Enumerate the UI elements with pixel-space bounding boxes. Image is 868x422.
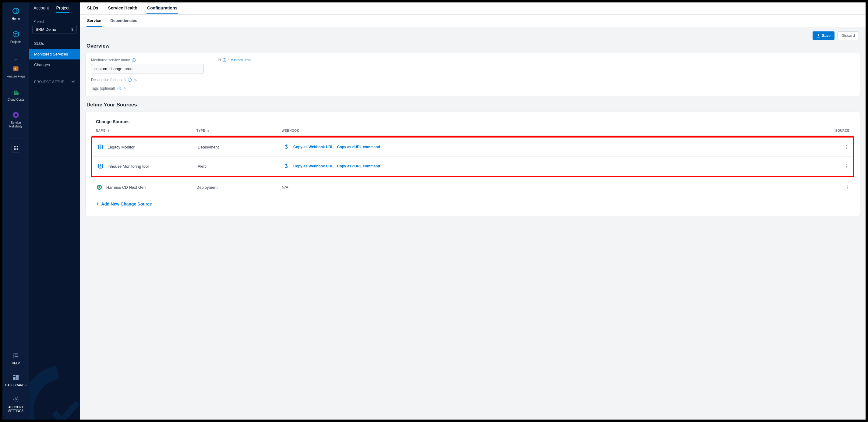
sidebar-item-slos[interactable]: SLOs — [29, 38, 80, 49]
project-value: SRM Demo — [36, 27, 56, 32]
svg-rect-10 — [16, 148, 17, 149]
top-tabs: SLOs Service Health Configurations — [80, 2, 866, 15]
sort-icon: ▲▼ — [207, 129, 210, 132]
rail-projects[interactable]: Projects — [2, 29, 29, 45]
table-header-row: NAME ▲▼ TYPE ▲▼ WEBHOOK SOURCE — [91, 128, 854, 136]
add-new-change-source[interactable]: + Add New Change Source — [91, 197, 854, 211]
id-colon: : — [228, 58, 229, 62]
table-row[interactable]: Harness CD Next Gen Deployment N/A — [91, 178, 854, 197]
sources-title: Define Your Sources — [87, 102, 859, 108]
scope-project[interactable]: Project — [56, 5, 70, 13]
rail-dashboards[interactable]: DASHBOARDS — [2, 372, 29, 389]
chevron-up-icon — [14, 58, 18, 61]
sidebar-item-monitored-services[interactable]: Monitored Services — [29, 49, 80, 59]
tab-configurations[interactable]: Configurations — [147, 4, 178, 14]
gear-icon — [11, 395, 20, 404]
subtab-dependencies[interactable]: Dependencies — [110, 18, 138, 27]
rail-grid[interactable] — [2, 143, 29, 154]
rail-account-settings-label: ACCOUNT SETTINGS — [8, 405, 24, 413]
row-type: Alert — [198, 164, 283, 169]
row-webhook-na: N/A — [282, 185, 288, 190]
custom-source-icon — [97, 144, 104, 150]
chevron-down-icon — [71, 81, 75, 83]
rail-home[interactable]: Home — [2, 5, 29, 22]
svg-rect-13 — [16, 149, 17, 150]
rail-feature-flags[interactable]: Feature Flags — [2, 63, 29, 80]
upload-icon — [816, 34, 820, 37]
copy-webhook-link[interactable]: Copy as Webhook URL — [293, 145, 334, 149]
webhook-icon — [283, 144, 290, 150]
info-icon[interactable]: i — [223, 58, 226, 62]
column-name[interactable]: NAME ▲▼ — [96, 129, 196, 132]
row-name: Inhouse Monitoring tool — [107, 164, 149, 169]
feature-flags-icon — [11, 64, 20, 73]
decorative-ring-icon — [29, 362, 80, 420]
rail-help-label: HELP — [12, 362, 20, 365]
discard-button[interactable]: Discard — [838, 31, 859, 40]
scope-tabs: Account Project — [29, 2, 80, 15]
row-name: Harness CD Next Gen — [106, 185, 146, 190]
row-menu-button[interactable] — [846, 184, 849, 191]
svg-rect-8 — [17, 146, 18, 147]
copy-webhook-link[interactable]: Copy as Webhook URL — [293, 164, 334, 168]
svg-rect-18 — [13, 377, 16, 380]
rail-feature-flags-label: Feature Flags — [6, 75, 25, 78]
monitored-service-name-input[interactable] — [91, 64, 204, 74]
edit-icon[interactable]: ✎ — [124, 86, 127, 90]
svg-rect-19 — [16, 378, 19, 380]
sort-icon: ▲▼ — [107, 129, 110, 132]
copy-curl-link[interactable]: Copy as cURL command — [337, 145, 380, 149]
sidebar-item-changes[interactable]: Changes — [29, 59, 80, 70]
subtab-service[interactable]: Service — [87, 18, 102, 27]
plus-icon: + — [96, 201, 99, 207]
tab-service-health[interactable]: Service Health — [107, 4, 138, 14]
sub-tabs: Service Dependencies — [80, 15, 866, 27]
project-label: Project — [29, 15, 80, 25]
change-sources-table: NAME ▲▼ TYPE ▲▼ WEBHOOK SOURCE — [91, 128, 854, 211]
grid-icon — [11, 144, 20, 152]
overview-card: Monitored service name i Id i : custom_c… — [85, 53, 860, 96]
column-type[interactable]: TYPE ▲▼ — [196, 129, 282, 132]
info-icon[interactable]: i — [118, 87, 121, 90]
svg-rect-6 — [14, 146, 15, 147]
chevron-right-icon — [71, 28, 73, 31]
svg-point-20 — [15, 399, 17, 400]
svg-point-28 — [98, 187, 99, 188]
id-value-link[interactable]: custom_cha… — [231, 58, 254, 62]
monitored-service-name-label: Monitored service name — [91, 58, 130, 62]
row-menu-button[interactable] — [845, 144, 848, 150]
info-icon[interactable]: i — [128, 78, 131, 82]
svg-rect-22 — [817, 37, 819, 37]
row-menu-button[interactable] — [845, 163, 848, 170]
table-row[interactable]: Inhouse Monitoring tool Alert Copy as We… — [92, 157, 853, 176]
rail-cloud-costs[interactable]: $ Cloud Costs — [2, 86, 29, 103]
rail-dashboards-label: DASHBOARDS — [5, 384, 27, 387]
project-selector[interactable]: SRM Demo — [32, 25, 77, 34]
row-type: Deployment — [196, 185, 282, 190]
dashboards-icon — [11, 373, 20, 382]
copy-curl-link[interactable]: Copy as cURL command — [337, 164, 380, 168]
icon-rail: Home Projects Feature Flags $ Cloud Cost… — [2, 2, 29, 420]
edit-icon[interactable]: ✎ — [134, 78, 137, 82]
discard-label: Discard — [841, 33, 855, 38]
rail-divider — [8, 54, 23, 54]
table-row[interactable]: Legacy Monitor Deployment Copy as Webhoo… — [92, 138, 853, 157]
project-setup-toggle[interactable]: PROJECT SETUP — [29, 77, 80, 87]
svg-rect-9 — [14, 148, 15, 149]
scope-account[interactable]: Account — [33, 5, 49, 13]
rail-account-settings[interactable]: ACCOUNT SETTINGS — [2, 394, 29, 414]
tags-label: Tags (optional) — [91, 86, 115, 90]
rail-home-label: Home — [12, 17, 20, 21]
svg-rect-5 — [16, 112, 16, 113]
svg-text:$: $ — [15, 91, 17, 94]
tab-slos[interactable]: SLOs — [87, 4, 99, 14]
change-sources-subtitle: Change Sources — [96, 119, 849, 124]
rail-service-reliability[interactable]: Service Reliability — [2, 110, 29, 130]
harness-source-icon — [96, 184, 103, 191]
save-button[interactable]: Save — [812, 31, 835, 40]
sources-card: Change Sources NAME ▲▼ TYPE ▲▼ WEBHOOK — [85, 112, 860, 216]
rail-help[interactable]: ? HELP — [2, 350, 29, 366]
info-icon[interactable]: i — [132, 58, 135, 62]
webhook-icon — [283, 163, 290, 170]
svg-text:?: ? — [15, 354, 17, 357]
